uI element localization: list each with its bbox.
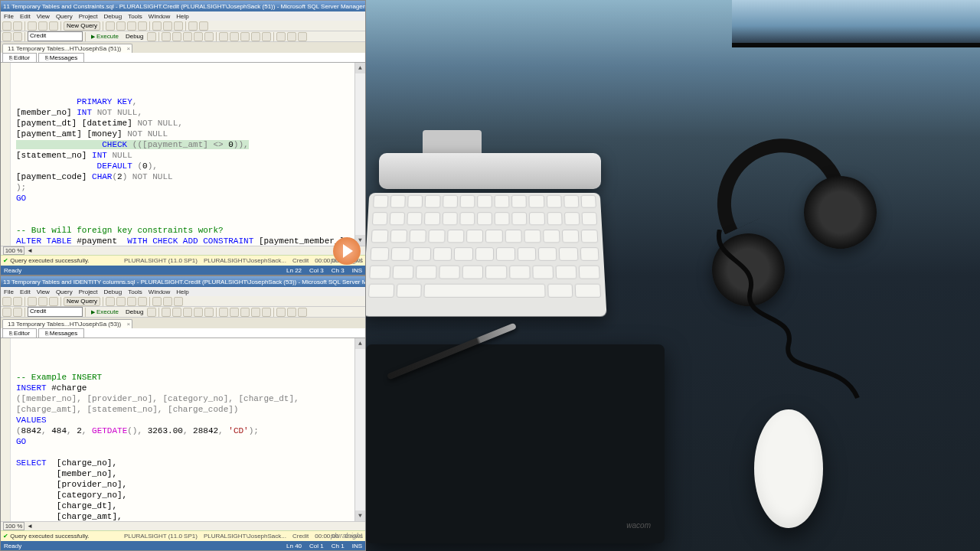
save-icon[interactable]	[49, 21, 58, 31]
menu-project[interactable]: Project	[79, 13, 98, 20]
titlebar[interactable]: 11 Temporary Tables and Constraints.sql …	[1, 1, 365, 11]
close-tab-icon[interactable]: ×	[127, 321, 131, 328]
open-icon[interactable]	[38, 21, 47, 31]
forward-button[interactable]	[13, 21, 22, 31]
disconnect-icon[interactable]	[13, 308, 22, 317]
toolbar-icon[interactable]	[240, 308, 250, 317]
toolbar-icon[interactable]	[230, 308, 239, 317]
toolbar-icon[interactable]	[106, 297, 115, 306]
toolbar-icon[interactable]	[127, 297, 136, 306]
connect-icon[interactable]	[2, 32, 11, 41]
toolbar-icon[interactable]	[298, 308, 307, 317]
menu-query[interactable]: Query	[56, 13, 73, 20]
back-button[interactable]	[2, 21, 11, 31]
sql-editor[interactable]: ▲▼ PRIMARY KEY, [member_no] INT NOT NULL…	[1, 63, 365, 246]
messages-tab[interactable]: Messages	[38, 53, 84, 62]
menu-help[interactable]: Help	[176, 289, 188, 295]
new-project-icon[interactable]	[28, 297, 37, 306]
new-query-button[interactable]: New Query	[64, 21, 100, 31]
editor-tab[interactable]: Editor	[2, 53, 37, 62]
toolbar-icon[interactable]	[276, 308, 286, 317]
toolbar-icon[interactable]	[183, 32, 192, 41]
menu-edit[interactable]: Edit	[20, 13, 31, 20]
disconnect-icon[interactable]	[13, 32, 22, 41]
new-project-icon[interactable]	[28, 21, 37, 31]
menu-window[interactable]: Window	[149, 13, 170, 20]
toolbar-icon[interactable]	[163, 297, 172, 306]
play-badge-icon[interactable]	[333, 237, 361, 265]
toolbar-icon[interactable]	[188, 21, 198, 31]
save-icon[interactable]	[49, 297, 58, 306]
toolbar-icon[interactable]	[194, 32, 203, 41]
toolbar-icon[interactable]	[183, 308, 192, 317]
toolbar-icon[interactable]	[199, 21, 208, 31]
toolbar-icon[interactable]	[194, 308, 203, 317]
database-combo[interactable]: Credit	[28, 307, 83, 317]
open-icon[interactable]	[38, 297, 47, 306]
toolbar-icon[interactable]	[152, 21, 162, 31]
file-tab[interactable]: 13 Temporary Tables...HT\JosephSa (53))×	[2, 319, 132, 328]
zoom-combo[interactable]: 100 %	[3, 246, 24, 255]
toolbar-icon[interactable]	[174, 21, 183, 31]
toolbar-icon[interactable]	[116, 297, 126, 306]
toolbar-icon[interactable]	[251, 32, 260, 41]
toolbar-icon[interactable]	[219, 308, 228, 317]
toolbar-icon[interactable]	[204, 308, 214, 317]
menu-debug[interactable]: Debug	[104, 289, 122, 295]
toolbar-icon[interactable]	[138, 21, 147, 31]
titlebar[interactable]: 13 Temporary Tables and IDENTITY columns…	[1, 276, 365, 287]
database-combo[interactable]: Credit	[28, 31, 83, 41]
menu-help[interactable]: Help	[176, 13, 188, 20]
plan-icon[interactable]	[172, 32, 181, 41]
menu-view[interactable]: View	[37, 289, 50, 295]
menu-tools[interactable]: Tools	[128, 289, 142, 295]
toolbar-icon[interactable]	[230, 32, 239, 41]
menu-window[interactable]: Window	[149, 289, 170, 295]
toolbar-icon[interactable]	[298, 32, 307, 41]
toolbar-icon[interactable]	[219, 32, 228, 41]
toolbar-icon[interactable]	[116, 21, 126, 31]
messages-tab[interactable]: Messages	[38, 328, 84, 337]
toolbar-icon[interactable]	[251, 308, 260, 317]
sql-editor[interactable]: ▲▼ -- Example INSERT INSERT #charge ([me…	[1, 338, 365, 521]
stop-icon[interactable]	[147, 32, 156, 41]
menu-edit[interactable]: Edit	[20, 289, 31, 295]
connect-icon[interactable]	[2, 308, 11, 317]
debug-button[interactable]: Debug	[123, 308, 146, 315]
parse-icon[interactable]	[162, 308, 171, 317]
toolbar-icon[interactable]	[240, 32, 250, 41]
debug-button[interactable]: Debug	[123, 33, 146, 40]
toolbar-icon[interactable]	[287, 32, 296, 41]
menu-debug[interactable]: Debug	[104, 13, 122, 20]
toolbar-icon[interactable]	[204, 32, 214, 41]
menu-file[interactable]: File	[4, 13, 14, 20]
file-tab[interactable]: 11 Temporary Tables...HT\JosephSa (51))×	[2, 44, 132, 53]
menu-tools[interactable]: Tools	[128, 13, 142, 20]
plan-icon[interactable]	[172, 308, 181, 317]
new-query-button[interactable]: New Query	[64, 297, 100, 306]
toolbar-icon[interactable]	[262, 32, 271, 41]
forward-button[interactable]	[13, 297, 22, 306]
vertical-scrollbar[interactable]: ▲▼	[354, 338, 365, 521]
toolbar-icon[interactable]	[174, 297, 183, 306]
back-button[interactable]	[2, 297, 11, 306]
zoom-combo[interactable]: 100 %	[3, 522, 24, 530]
vertical-scrollbar[interactable]: ▲▼	[354, 63, 365, 246]
toolbar-icon[interactable]	[106, 21, 115, 31]
close-tab-icon[interactable]: ×	[127, 45, 131, 52]
toolbar-icon[interactable]	[276, 32, 286, 41]
menu-query[interactable]: Query	[56, 289, 73, 295]
menu-file[interactable]: File	[4, 289, 14, 295]
execute-button[interactable]: Execute	[88, 308, 122, 315]
parse-icon[interactable]	[162, 32, 171, 41]
toolbar-icon[interactable]	[138, 297, 147, 306]
menu-view[interactable]: View	[37, 13, 50, 20]
menu-project[interactable]: Project	[79, 289, 98, 295]
toolbar-icon[interactable]	[287, 308, 296, 317]
editor-tab[interactable]: Editor	[2, 328, 37, 337]
stop-icon[interactable]	[147, 308, 156, 317]
execute-button[interactable]: Execute	[88, 33, 122, 40]
toolbar-icon[interactable]	[163, 21, 172, 31]
toolbar-icon[interactable]	[127, 21, 136, 31]
toolbar-icon[interactable]	[152, 297, 162, 306]
